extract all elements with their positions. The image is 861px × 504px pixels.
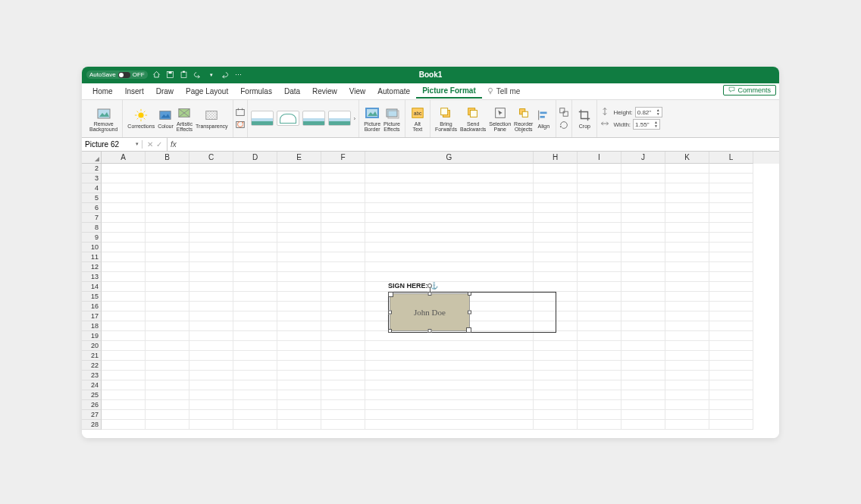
cell[interactable] bbox=[709, 183, 753, 193]
cell[interactable] bbox=[189, 174, 233, 183]
cell[interactable] bbox=[146, 292, 189, 302]
clipboard-icon[interactable] bbox=[180, 70, 189, 80]
cell[interactable] bbox=[365, 361, 534, 371]
cell[interactable] bbox=[233, 371, 277, 380]
col-header-J[interactable]: J bbox=[621, 152, 665, 164]
cell[interactable] bbox=[534, 292, 578, 302]
cell[interactable] bbox=[146, 302, 189, 311]
cell[interactable] bbox=[534, 390, 578, 400]
cell[interactable] bbox=[578, 233, 621, 243]
cell[interactable] bbox=[189, 341, 233, 351]
row-header[interactable]: 23 bbox=[82, 371, 102, 380]
cell[interactable] bbox=[665, 390, 709, 400]
cell[interactable] bbox=[233, 380, 277, 390]
col-header-H[interactable]: H bbox=[534, 152, 578, 164]
row-header[interactable]: 18 bbox=[82, 321, 102, 331]
cell[interactable] bbox=[365, 203, 534, 213]
cell[interactable] bbox=[621, 351, 665, 361]
cell[interactable] bbox=[321, 331, 365, 341]
cell[interactable] bbox=[233, 243, 277, 252]
cell[interactable] bbox=[146, 410, 189, 420]
cell[interactable] bbox=[534, 321, 578, 331]
corrections-button[interactable]: Corrections bbox=[126, 108, 156, 129]
comments-button[interactable]: Comments bbox=[723, 85, 776, 95]
cell[interactable] bbox=[189, 233, 233, 243]
cell[interactable] bbox=[365, 213, 534, 223]
cell[interactable] bbox=[365, 351, 534, 361]
reorder-objects-button[interactable]: Reorder Objects bbox=[512, 105, 534, 132]
cell[interactable] bbox=[277, 164, 321, 174]
cell[interactable] bbox=[621, 371, 665, 380]
cell[interactable] bbox=[534, 272, 578, 282]
row-header[interactable]: 13 bbox=[82, 272, 102, 282]
cell[interactable] bbox=[709, 223, 753, 233]
cell[interactable] bbox=[578, 351, 621, 361]
row-header[interactable]: 20 bbox=[82, 341, 102, 351]
cell[interactable] bbox=[321, 193, 365, 203]
reset-picture-icon[interactable] bbox=[235, 119, 246, 130]
cell[interactable] bbox=[665, 183, 709, 193]
cancel-icon[interactable]: ✕ bbox=[147, 140, 153, 149]
spreadsheet-grid[interactable]: ABCDEFGHIJKL 234567891011121314151617181… bbox=[82, 152, 779, 438]
cell[interactable] bbox=[277, 174, 321, 183]
cell[interactable] bbox=[665, 262, 709, 272]
cell[interactable] bbox=[233, 164, 277, 174]
col-header-F[interactable]: F bbox=[321, 152, 365, 164]
crop-button[interactable]: Crop bbox=[575, 108, 593, 129]
cell[interactable] bbox=[365, 174, 534, 183]
picture-effects-button[interactable]: Picture Effects bbox=[382, 105, 402, 132]
cell[interactable] bbox=[534, 252, 578, 262]
send-backward-button[interactable]: Send Backwards bbox=[459, 105, 487, 132]
cell[interactable] bbox=[665, 292, 709, 302]
cell[interactable] bbox=[189, 243, 233, 252]
picture-border-button[interactable]: Picture Border bbox=[362, 105, 382, 132]
row-header[interactable]: 3 bbox=[82, 174, 102, 183]
cell[interactable] bbox=[277, 262, 321, 272]
cell[interactable] bbox=[233, 203, 277, 213]
namebox-dropdown-icon[interactable]: ▾ bbox=[136, 141, 139, 147]
cell[interactable] bbox=[146, 193, 189, 203]
cell[interactable] bbox=[189, 193, 233, 203]
cell[interactable] bbox=[534, 361, 578, 371]
cell[interactable] bbox=[233, 262, 277, 272]
row-header[interactable]: 17 bbox=[82, 311, 102, 321]
cell[interactable] bbox=[578, 262, 621, 272]
cell[interactable] bbox=[578, 174, 621, 183]
cell[interactable] bbox=[578, 203, 621, 213]
cell[interactable] bbox=[146, 371, 189, 380]
cell[interactable] bbox=[665, 380, 709, 390]
cell-area[interactable]: SIGN HERE:⚓ John Doe bbox=[102, 164, 779, 430]
autosave-toggle[interactable]: AutoSave OFF bbox=[86, 70, 148, 79]
cell[interactable] bbox=[709, 321, 753, 331]
cell[interactable] bbox=[709, 400, 753, 410]
cell[interactable] bbox=[709, 311, 753, 321]
cell[interactable] bbox=[534, 351, 578, 361]
cell[interactable] bbox=[277, 361, 321, 371]
row-header[interactable]: 12 bbox=[82, 262, 102, 272]
cell[interactable] bbox=[146, 341, 189, 351]
cell[interactable] bbox=[665, 164, 709, 174]
cell[interactable] bbox=[233, 400, 277, 410]
cell[interactable] bbox=[321, 164, 365, 174]
cell[interactable] bbox=[709, 262, 753, 272]
more-icon[interactable]: ⋯ bbox=[234, 70, 243, 80]
cell[interactable] bbox=[621, 331, 665, 341]
tab-automate[interactable]: Automate bbox=[371, 85, 416, 98]
cell[interactable] bbox=[534, 174, 578, 183]
cell[interactable] bbox=[709, 252, 753, 262]
tab-formulas[interactable]: Formulas bbox=[234, 85, 278, 98]
row-header[interactable]: 8 bbox=[82, 223, 102, 233]
cell[interactable] bbox=[621, 272, 665, 282]
cell[interactable] bbox=[665, 203, 709, 213]
cell[interactable] bbox=[189, 351, 233, 361]
cell[interactable] bbox=[321, 243, 365, 252]
cell[interactable] bbox=[233, 174, 277, 183]
row-header[interactable]: 24 bbox=[82, 380, 102, 390]
cell[interactable] bbox=[534, 341, 578, 351]
cell[interactable] bbox=[233, 410, 277, 420]
cell[interactable] bbox=[233, 331, 277, 341]
cell[interactable] bbox=[534, 213, 578, 223]
cell[interactable] bbox=[189, 321, 233, 331]
cell[interactable] bbox=[709, 390, 753, 400]
cell[interactable] bbox=[277, 272, 321, 282]
